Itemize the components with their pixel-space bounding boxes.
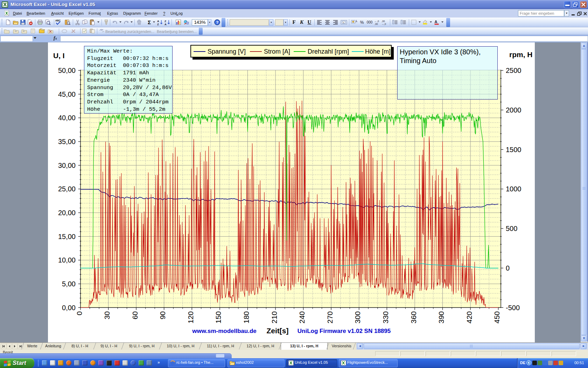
svg-text:20,00: 20,00 (58, 209, 76, 217)
svg-text:45,00: 45,00 (58, 90, 76, 98)
svg-text:150: 150 (214, 311, 222, 323)
svg-text:15,00: 15,00 (58, 233, 76, 240)
svg-text:1000: 1000 (506, 185, 522, 193)
svg-text:420: 420 (465, 311, 473, 323)
svg-text:25,00: 25,00 (58, 185, 76, 193)
svg-text:360: 360 (410, 311, 418, 323)
svg-text:0: 0 (506, 264, 510, 272)
svg-text:2000: 2000 (506, 106, 522, 114)
svg-text:→,0: →,0 (382, 23, 386, 25)
svg-text:a: a (343, 21, 344, 23)
svg-text:60: 60 (131, 311, 139, 319)
svg-text:240: 240 (298, 311, 306, 323)
svg-text:30,00: 30,00 (58, 162, 76, 169)
svg-text:Z: Z (157, 23, 159, 26)
svg-text:30: 30 (103, 311, 111, 319)
svg-text:50,00: 50,00 (58, 67, 76, 74)
svg-text:5,00: 5,00 (62, 280, 76, 288)
svg-text:A: A (435, 20, 438, 24)
svg-text:40,00: 40,00 (58, 114, 76, 122)
svg-text:390: 390 (437, 311, 445, 323)
svg-text:Σ: Σ (148, 19, 151, 25)
svg-text:Zeit[s]: Zeit[s] (267, 327, 289, 335)
svg-text:U, I: U, I (53, 52, 65, 60)
svg-text:1500: 1500 (506, 146, 522, 154)
svg-text:A: A (164, 23, 167, 26)
svg-text:0,00: 0,00 (62, 304, 76, 312)
svg-text:www.sm-modellbau.de: www.sm-modellbau.de (192, 328, 257, 334)
svg-text:500: 500 (506, 225, 517, 232)
svg-text:?: ? (216, 20, 219, 25)
svg-text:0: 0 (75, 311, 83, 315)
svg-text:330: 330 (382, 311, 390, 323)
svg-text:90: 90 (159, 311, 167, 319)
svg-text:300: 300 (354, 311, 362, 323)
svg-text:180: 180 (242, 311, 250, 323)
svg-text:10,00: 10,00 (58, 256, 76, 264)
svg-text:120: 120 (187, 311, 195, 323)
svg-text:←,0: ←,0 (374, 20, 379, 22)
svg-text:210: 210 (270, 311, 278, 323)
svg-text:,00: ,00 (374, 23, 378, 25)
svg-text:ABC: ABC (55, 19, 61, 22)
svg-text:270: 270 (326, 311, 334, 323)
svg-text:35,00: 35,00 (58, 138, 76, 145)
svg-text:450: 450 (493, 311, 501, 323)
svg-text:,00: ,00 (382, 20, 385, 22)
svg-text:-500: -500 (506, 304, 520, 312)
svg-text:UniLog Firmware v1.02 SN 18895: UniLog Firmware v1.02 SN 18895 (298, 328, 391, 334)
svg-text:2500: 2500 (506, 67, 522, 74)
svg-text:rpm, H: rpm, H (509, 50, 533, 59)
